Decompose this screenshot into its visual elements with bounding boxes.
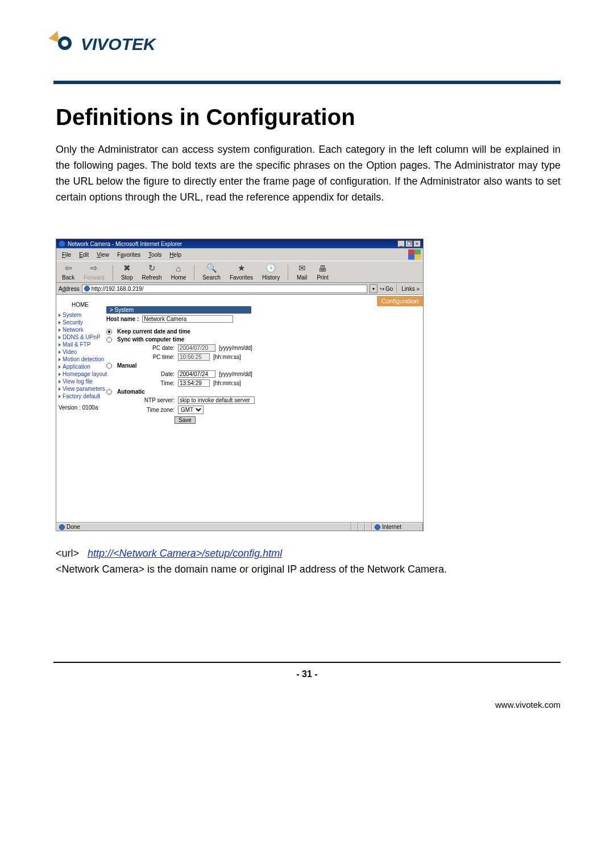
address-bar: Address http://192.168.0.219/ ▾ ↪Go Link… bbox=[56, 283, 423, 295]
url-label: <url> bbox=[56, 548, 79, 559]
refresh-button[interactable]: ↻Refresh bbox=[140, 262, 164, 281]
ntp-server-input[interactable] bbox=[178, 397, 255, 404]
logo-text: VIVOTEK bbox=[81, 35, 156, 54]
sidebar-item-system[interactable]: System bbox=[57, 311, 103, 319]
links-label[interactable]: Links » bbox=[400, 286, 421, 292]
timezone-select[interactable]: GMT bbox=[178, 406, 204, 414]
minimize-button[interactable]: _ bbox=[397, 240, 405, 247]
sidebar-item-homepage[interactable]: Homepage layout bbox=[57, 370, 103, 378]
ie-icon bbox=[59, 240, 65, 247]
go-button[interactable]: ↪Go bbox=[380, 286, 393, 292]
sidebar-item-params[interactable]: View parameters bbox=[57, 385, 103, 393]
sidebar-item-network[interactable]: Network bbox=[57, 326, 103, 333]
search-button[interactable]: 🔍Search bbox=[200, 262, 223, 281]
print-icon: 🖶 bbox=[317, 262, 328, 274]
maximize-button[interactable]: ❐ bbox=[405, 240, 413, 247]
page-content: HOME System Security Network DDNS & UPnP… bbox=[56, 295, 423, 522]
sidebar-item-application[interactable]: Application bbox=[57, 363, 103, 370]
configuration-banner: Configuration bbox=[377, 296, 423, 306]
print-button[interactable]: 🖶Print bbox=[314, 262, 331, 281]
menu-tools[interactable]: Tools bbox=[145, 251, 165, 258]
domain-note: <Network Camera> is the domain name or o… bbox=[56, 564, 561, 575]
sidebar-item-video[interactable]: Video bbox=[57, 348, 103, 356]
system-panel-title: > System bbox=[106, 306, 251, 314]
window-title: Network Camera - Microsoft Internet Expl… bbox=[68, 241, 182, 247]
logo-mark-icon bbox=[51, 33, 77, 56]
favorites-icon: ★ bbox=[235, 262, 247, 274]
save-button[interactable]: Save bbox=[175, 416, 196, 424]
automatic-label: Automatic bbox=[117, 389, 145, 395]
header-divider bbox=[53, 81, 561, 84]
menu-edit[interactable]: Edit bbox=[76, 251, 92, 258]
history-button[interactable]: 🕓History bbox=[260, 262, 282, 281]
done-icon bbox=[59, 524, 65, 530]
history-icon: 🕓 bbox=[265, 262, 277, 274]
footer-divider bbox=[53, 662, 561, 663]
internet-zone-icon bbox=[375, 524, 380, 530]
forward-button: ⇨Forward bbox=[81, 262, 107, 281]
go-arrow-icon: ↪ bbox=[380, 286, 384, 292]
address-dropdown[interactable]: ▾ bbox=[370, 284, 377, 293]
address-label: Address bbox=[59, 286, 80, 292]
timezone-label: Time zone: bbox=[129, 407, 175, 413]
sidebar-item-factory[interactable]: Factory default bbox=[57, 393, 103, 400]
address-url: http://192.168.0.219/ bbox=[92, 286, 144, 292]
radio-sync-computer[interactable] bbox=[106, 337, 112, 343]
mail-button[interactable]: ✉Mail bbox=[294, 262, 310, 281]
status-done: Done bbox=[67, 524, 80, 530]
arrow-icon bbox=[59, 343, 61, 347]
sidebar-item-mailftp[interactable]: Mail & FTP bbox=[57, 341, 103, 348]
status-zone: Internet bbox=[382, 524, 401, 530]
refresh-icon: ↻ bbox=[146, 262, 157, 274]
arrow-icon bbox=[59, 350, 61, 354]
radio-automatic[interactable] bbox=[106, 389, 112, 395]
sync-computer-label: Sync with computer time bbox=[117, 336, 184, 343]
manual-date-label: Date: bbox=[129, 371, 175, 377]
radio-manual[interactable] bbox=[106, 363, 112, 369]
brand-logo: VIVOTEK bbox=[51, 33, 156, 56]
sidebar-item-motion[interactable]: Motion detection bbox=[57, 356, 103, 363]
menu-file[interactable]: File bbox=[59, 251, 74, 258]
pc-time-format: [hh:mm:ss] bbox=[213, 354, 241, 360]
sidebar-item-security[interactable]: Security bbox=[57, 319, 103, 326]
stop-icon: ✖ bbox=[121, 262, 132, 274]
sidebar-home[interactable]: HOME bbox=[57, 299, 103, 311]
menu-help[interactable]: Help bbox=[166, 251, 185, 258]
arrow-icon bbox=[59, 373, 61, 376]
address-input[interactable]: http://192.168.0.219/ bbox=[82, 285, 367, 293]
manual-time-label: Time: bbox=[129, 380, 175, 386]
config-sidebar: HOME System Security Network DDNS & UPnP… bbox=[56, 295, 104, 522]
arrow-icon bbox=[59, 387, 61, 391]
back-button[interactable]: ⇦Back bbox=[60, 262, 77, 281]
stop-button[interactable]: ✖Stop bbox=[119, 262, 135, 281]
menu-favorites[interactable]: Favorites bbox=[114, 251, 144, 258]
config-main-pane: Configuration > System Host name : Keep … bbox=[104, 295, 423, 522]
mail-icon: ✉ bbox=[296, 262, 308, 274]
forward-arrow-icon: ⇨ bbox=[89, 262, 100, 274]
window-titlebar: Network Camera - Microsoft Internet Expl… bbox=[56, 239, 423, 248]
sidebar-item-logfile[interactable]: View log file bbox=[57, 378, 103, 385]
close-button[interactable]: × bbox=[413, 240, 421, 247]
hostname-label: Host name : bbox=[106, 316, 139, 322]
back-arrow-icon: ⇦ bbox=[63, 262, 74, 274]
manual-time-input[interactable] bbox=[178, 379, 210, 387]
footer-url: www.vivotek.com bbox=[495, 700, 561, 710]
browser-screenshot: Network Camera - Microsoft Internet Expl… bbox=[56, 239, 424, 531]
home-button[interactable]: ⌂Home bbox=[169, 262, 189, 281]
hostname-input[interactable] bbox=[142, 315, 233, 323]
search-icon: 🔍 bbox=[206, 262, 217, 274]
url-reference-line: <url> http://<Network Camera>/setup/conf… bbox=[56, 548, 282, 560]
status-bar: Done Internet bbox=[56, 522, 423, 531]
sidebar-item-ddns[interactable]: DDNS & UPnP bbox=[57, 333, 103, 341]
url-link[interactable]: http://<Network Camera>/setup/config.htm… bbox=[88, 548, 282, 559]
home-icon: ⌂ bbox=[173, 262, 184, 274]
ntp-server-label: NTP server: bbox=[129, 397, 175, 403]
arrow-icon bbox=[59, 314, 61, 317]
arrow-icon bbox=[59, 328, 61, 332]
browser-toolbar: ⇦Back ⇨Forward ✖Stop ↻Refresh ⌂Home 🔍Sea… bbox=[56, 261, 423, 283]
favorites-button[interactable]: ★Favorites bbox=[227, 262, 255, 281]
menu-view[interactable]: View bbox=[93, 251, 113, 258]
radio-keep-current[interactable] bbox=[106, 329, 112, 335]
arrow-icon bbox=[59, 395, 61, 398]
manual-date-input[interactable] bbox=[178, 370, 215, 378]
